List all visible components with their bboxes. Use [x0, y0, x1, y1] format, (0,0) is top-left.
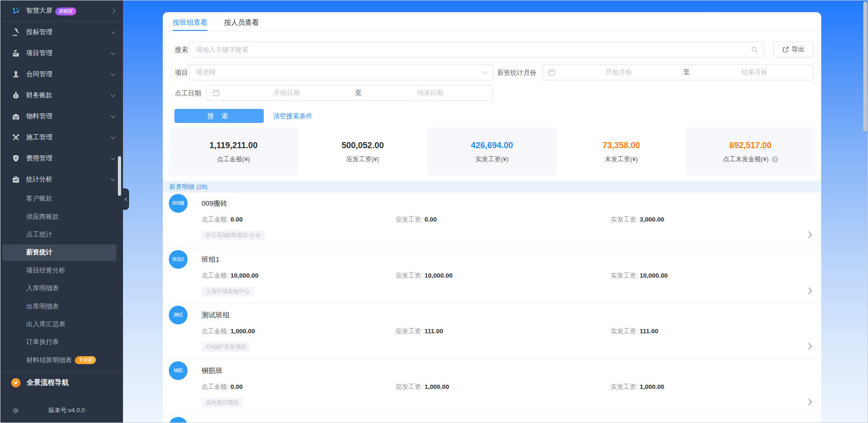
- sidebar-item-expense[interactable]: ¥ 费用管理: [0, 148, 123, 169]
- sidebar-subitem-salary-stats[interactable]: 薪资统计: [0, 244, 123, 261]
- sidebar-item-label: 费用管理: [26, 154, 111, 163]
- salary-group-row[interactable]: 钢筋 钢筋班 点工金额:0.00 应发工资:1,000.00 实发工资:1,00…: [163, 359, 821, 415]
- money-bag-icon: ¥: [12, 91, 20, 100]
- chevron-down-icon: [111, 176, 116, 181]
- sidebar-subitem-project-analysis[interactable]: 项目经营分析: [0, 262, 123, 280]
- salary-month-range-picker[interactable]: 开始月份 至 结束月份: [542, 65, 813, 80]
- chevron-down-icon: [111, 29, 116, 34]
- sidebar-subitem-material-settlement[interactable]: 材料结算明细表 专业版: [0, 351, 123, 369]
- calendar-icon: [548, 69, 556, 76]
- sidebar-subitem-daywork-stats[interactable]: 点工统计: [0, 226, 123, 244]
- chevron-right-icon[interactable]: [805, 399, 812, 405]
- salary-group-row[interactable]: 班组1 班组1 点工金额:10,000.00 应发工资:10,000.00 实发…: [163, 248, 821, 303]
- chevron-right-icon[interactable]: [805, 287, 812, 294]
- chevron-right-icon: [111, 8, 116, 13]
- stat-payable-salary: 500,052.00 应发工资(¥): [298, 128, 427, 176]
- stat-value: 426,694.00: [427, 141, 557, 151]
- dots-logo-icon: [12, 7, 20, 15]
- sidebar-subitem-outbound-detail[interactable]: 出库明细表: [0, 297, 123, 315]
- sidebar-item-statistics[interactable]: 统计分析: [0, 169, 123, 190]
- stat-value: 73,358.00: [557, 141, 686, 151]
- avatar: 009搬: [169, 194, 188, 213]
- export-button[interactable]: 导出: [774, 42, 813, 57]
- export-icon: [782, 46, 789, 53]
- view-tabs: 按班组查看 按人员查看: [163, 16, 821, 31]
- salary-month-label: 薪资统计月份: [497, 65, 536, 80]
- gavel-icon: [12, 28, 20, 36]
- page-scrollbar-thumb[interactable]: [863, 1, 867, 131]
- range-separator: 至: [349, 89, 368, 97]
- group-title: 钢筋班: [202, 366, 223, 376]
- briefcase-chart-icon: [12, 175, 20, 184]
- sidebar-item-panorama-nav[interactable]: 全景流程导航: [0, 373, 123, 393]
- clear-filters-link[interactable]: 清空搜索条件: [273, 109, 312, 123]
- range-separator: 至: [677, 68, 696, 77]
- sidebar-item-smart-screen[interactable]: 智慧大屏旗舰版: [0, 0, 123, 22]
- gear-icon[interactable]: [12, 407, 20, 415]
- tab-by-person[interactable]: 按人员查看: [224, 16, 259, 31]
- sidebar-item-material[interactable]: 物料管理: [0, 106, 123, 127]
- sidebar-item-construction[interactable]: 施工管理: [0, 127, 123, 148]
- app-window: 智慧大屏旗舰版 投标管理 项目管理: [0, 0, 868, 423]
- stat-unpaid-salary: 73,358.00 未发工资(¥): [557, 128, 686, 176]
- sidebar-item-finance[interactable]: ¥ 财务账款: [0, 85, 123, 106]
- search-button[interactable]: 搜 索: [174, 109, 264, 123]
- tools-icon: [12, 133, 20, 142]
- project-label: 项目: [175, 65, 188, 80]
- search-label: 搜索: [175, 42, 188, 57]
- chevron-right-icon[interactable]: [805, 231, 812, 238]
- group-title: 班组1: [202, 254, 219, 265]
- shield-yuan-icon: ¥: [12, 154, 20, 163]
- chevron-down-icon: [482, 69, 487, 74]
- project-select[interactable]: 请选择: [189, 65, 494, 80]
- daywork-amount-field: 点工金额:1,000.00: [202, 326, 255, 337]
- salary-group-row-partial[interactable]: [163, 415, 821, 423]
- sidebar-subitem-customer-accounts[interactable]: 客户账款: [0, 190, 123, 208]
- svg-text:¥: ¥: [15, 156, 17, 160]
- month-start-placeholder[interactable]: 开始月份: [560, 68, 677, 77]
- statistics-submenu: 客户账款 供应商账款 点工统计 薪资统计 项目经营分析 入库明细表 出库明细表 …: [0, 190, 123, 369]
- stat-label: 点工未发金额(¥): [723, 155, 769, 164]
- building-flag-icon: [12, 49, 20, 57]
- search-input[interactable]: [189, 42, 751, 57]
- calendar-icon: [212, 89, 220, 97]
- sidebar-item-label: 施工管理: [26, 133, 111, 142]
- sidebar-item-contract[interactable]: 合同管理: [0, 64, 123, 85]
- stat-value: 500,052.00: [298, 141, 427, 151]
- sidebar-subitem-inout-summary[interactable]: 出入库汇总表: [0, 315, 123, 333]
- salary-stats-card: 按班组查看 按人员查看 搜索: [163, 12, 821, 423]
- sidebar-subitem-supplier-accounts[interactable]: 供应商账款: [0, 208, 123, 225]
- sidebar-collapse-handle[interactable]: [123, 188, 129, 210]
- help-icon[interactable]: ?: [772, 156, 778, 163]
- date-start-placeholder[interactable]: 开始日期: [224, 89, 349, 97]
- sidebar-scrollbar-thumb[interactable]: [118, 156, 121, 196]
- salary-group-row[interactable]: 009搬 009搬砖 点工金额:0.00 应发工资:0.00 实发工资:3,00…: [163, 192, 821, 248]
- chevron-right-icon[interactable]: [805, 343, 812, 350]
- date-end-placeholder[interactable]: 结束日期: [368, 89, 493, 97]
- salary-group-row[interactable]: 测试 测试班组 点工金额:1,000.00 应发工资:111.00 实发工资:1…: [163, 303, 821, 359]
- pro-badge: 专业版: [74, 356, 96, 364]
- stat-label: 实发工资(¥): [427, 155, 557, 164]
- sidebar-item-project[interactable]: 项目管理: [0, 43, 123, 64]
- project-tag: 上海环球金融中心: [202, 287, 254, 296]
- svg-text:?: ?: [774, 157, 776, 162]
- chevron-left-icon: [125, 197, 128, 201]
- compass-icon: [11, 378, 27, 388]
- month-end-placeholder[interactable]: 结束月份: [696, 68, 813, 77]
- sidebar-item-label: 投标管理: [26, 28, 111, 36]
- stat-daywork-amount: 1,119,211.00 点工金额(¥): [169, 128, 298, 176]
- project-placeholder: 请选择: [189, 68, 216, 77]
- sidebar-item-label: 统计分析: [26, 175, 111, 184]
- project-tag: 滨江花城8期项目-分包: [202, 230, 265, 240]
- sidebar-item-bidding[interactable]: 投标管理: [0, 22, 123, 43]
- brand-label: 智慧大屏: [26, 7, 52, 14]
- chevron-down-icon: [111, 134, 116, 139]
- search-icon[interactable]: [751, 46, 758, 53]
- stamp-icon: [12, 70, 20, 79]
- tab-by-group[interactable]: 按班组查看: [173, 16, 208, 31]
- avatar: [169, 417, 188, 423]
- version-label: 版本号:v4.0.0: [20, 406, 114, 415]
- sidebar-subitem-inbound-detail[interactable]: 入库明细表: [0, 280, 123, 297]
- work-date-range-picker[interactable]: 开始日期 至 结束日期: [206, 85, 493, 101]
- sidebar-subitem-order-execution[interactable]: 订单执行表: [0, 333, 123, 351]
